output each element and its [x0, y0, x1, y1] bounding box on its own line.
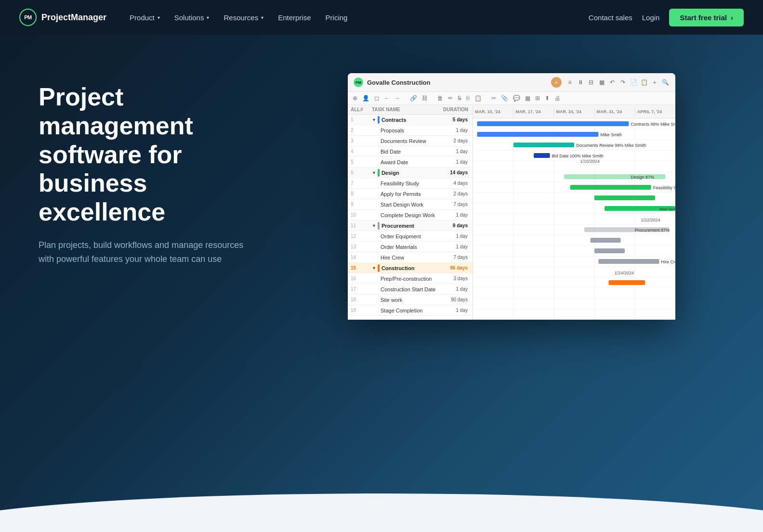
user-icon[interactable]: 👤: [361, 94, 370, 103]
col-task: TASK NAME: [372, 107, 443, 112]
doc2-icon[interactable]: 📋: [640, 78, 648, 87]
table-row: 16 Prep/Pre-construction 3 days: [348, 273, 473, 284]
table-row: 15 ▼ Construction 96 days: [348, 263, 473, 273]
redo-icon[interactable]: ↷: [618, 78, 627, 87]
login-button[interactable]: Login: [642, 13, 660, 22]
gantt-bar-proposals: [477, 132, 598, 137]
shape-icon[interactable]: ◻: [373, 94, 380, 103]
nav-pricing[interactable]: Pricing: [320, 10, 354, 26]
gantt-table-header: ALL # TASK NAME DURATION: [348, 105, 473, 115]
gantt-label-award: 1/10/2024: [580, 159, 600, 164]
home-icon[interactable]: ⊕: [352, 94, 358, 103]
start-trial-button[interactable]: Start free trial ›: [669, 9, 744, 26]
table-row: 3 Documents Review 2 days: [348, 136, 473, 146]
pause-icon[interactable]: ⏸: [576, 78, 585, 87]
col-num: #: [360, 107, 372, 112]
hero-wave: [0, 493, 763, 532]
table-row: 8 Apply for Permits 2 days: [348, 189, 473, 199]
doc-icon[interactable]: 📄: [629, 78, 638, 87]
collapse-icon[interactable]: ▼: [372, 170, 376, 175]
gantt-chart-body: Contracts 99% Mike Smith Mike Smith Docu…: [473, 118, 675, 320]
grid-icon[interactable]: ▦: [597, 78, 606, 87]
gantt-label-design: Design 87%: [631, 175, 655, 180]
link-icon[interactable]: 🔗: [409, 94, 418, 103]
gantt-table: ALL # TASK NAME DURATION 1 ▼: [348, 105, 473, 320]
table-row: 13 Order Materials 1 day: [348, 242, 473, 252]
table-row: 4 Bid Date 1 day: [348, 146, 473, 157]
right-arrow-icon[interactable]: →: [394, 94, 401, 103]
gantt-label-bid: Bid Date 100% Mike Smith: [552, 154, 604, 158]
gantt-label-proposals: Mike Smith: [601, 132, 622, 137]
hero-text: Project management software for business…: [39, 64, 279, 266]
collapse-icon[interactable]: ▼: [372, 266, 376, 271]
table-row: 1 ▼ Contracts 5 days: [348, 115, 473, 125]
table-row: 6 ▼ Design 14 days: [348, 168, 473, 178]
nav-product[interactable]: Product ▾: [124, 10, 166, 26]
logo-icon: PM: [19, 9, 37, 26]
product-chevron-icon: ▾: [158, 15, 160, 20]
gantt-label-procurement: Procurement 87%: [635, 228, 670, 233]
gantt-label-contracts: Contracts 99% Mike Smith: [631, 122, 675, 127]
paste-icon[interactable]: 📋: [474, 94, 483, 103]
contact-sales-link[interactable]: Contact sales: [589, 13, 632, 22]
upload-icon[interactable]: ⬆: [544, 94, 551, 103]
hero-content: Project management software for business…: [0, 35, 763, 474]
gantt-project-title: Govalle Construction: [367, 79, 547, 86]
nav-left: PM ProjectManager Product ▾ Solutions ▾ …: [19, 9, 353, 26]
table-row: 18 Site work 90 days: [348, 295, 473, 305]
hero-subtitle: Plan projects, build workflows and manag…: [39, 238, 250, 266]
copy-icon[interactable]: ⎘: [465, 94, 471, 103]
collapse-icon[interactable]: ▼: [372, 223, 376, 228]
gantt-chart: MAR. 10, '24 MAR. 17, '24 MAR. 24, '24 M…: [473, 105, 675, 320]
gantt-bar-prep: [608, 280, 645, 285]
gantt-toolbar: ≡ ⏸ ⊟ ▦ ↶ ↷ 📄 📋 ＋ 🔍: [566, 78, 670, 87]
gantt-bar-bid: [534, 153, 550, 158]
undo-icon[interactable]: ↶: [608, 78, 617, 87]
gantt-label-design-work: Start Design Work 100%: [659, 207, 675, 211]
search-icon[interactable]: 🔍: [661, 78, 670, 87]
gantt-screenshot: PM Govalle Construction A ≡ ⏸ ⊟ ▦ ↶ ↷ 📄 …: [348, 73, 675, 320]
table-row: 2 Proposals 1 day: [348, 125, 473, 136]
comment-icon[interactable]: 💬: [512, 94, 521, 103]
gantt-bar-materials: [594, 248, 625, 253]
table-icon[interactable]: ▦: [524, 94, 531, 103]
gantt-bar-permits: [594, 195, 655, 200]
gantt-label-feasibility: Feasibility Study 75% Ana Jones: [653, 185, 675, 190]
print-icon[interactable]: 🖨: [553, 94, 561, 103]
table2-icon[interactable]: ⊞: [534, 94, 541, 103]
col-duration: DURATION: [443, 107, 470, 112]
pen-icon[interactable]: ✏: [447, 94, 454, 103]
gantt-label-hire-crew: Hire Crew 25% Sam W: [661, 260, 675, 264]
menu-icon[interactable]: ≡: [566, 78, 574, 87]
strike-icon[interactable]: S̶: [457, 94, 462, 103]
trash-icon[interactable]: 🗑: [436, 94, 444, 103]
left-arrow-icon[interactable]: ←: [383, 94, 391, 103]
gantt-avatar: A: [551, 77, 562, 88]
gantt-bar-contracts: [477, 121, 629, 126]
scissors-icon[interactable]: ✂: [490, 94, 497, 103]
nav-solutions[interactable]: Solutions ▾: [169, 10, 215, 26]
table-row: 5 Award Date 1 day: [348, 157, 473, 168]
solutions-chevron-icon: ▾: [207, 15, 209, 20]
gantt-body: ALL # TASK NAME DURATION 1 ▼: [348, 105, 675, 320]
gantt-bar-docs: [513, 143, 574, 147]
gantt-bar-feasibility: [570, 185, 651, 190]
gantt-actions: ⊕ 👤 ◻ ← → 🔗 ⛓ 🗑 ✏ S̶ ⎘ 📋 ✂ 📎: [348, 92, 675, 105]
nav-enterprise[interactable]: Enterprise: [272, 10, 316, 26]
gantt-wrapper: PM Govalle Construction A ≡ ⏸ ⊟ ▦ ↶ ↷ 📄 …: [299, 73, 724, 320]
table-row: 12 Order Equipment 1 day: [348, 231, 473, 242]
gantt-bar-hire-crew: [598, 259, 659, 264]
link2-icon[interactable]: ⛓: [421, 94, 429, 103]
table-row: 10 Complete Design Work 1 day: [348, 210, 473, 221]
logo-link[interactable]: PM ProjectManager: [19, 9, 106, 26]
plus-icon[interactable]: ＋: [650, 78, 659, 87]
resources-chevron-icon: ▾: [261, 15, 263, 20]
gantt-pm-icon: PM: [354, 78, 363, 87]
nav-resources[interactable]: Resources ▾: [218, 10, 269, 26]
clip-icon[interactable]: 📎: [500, 94, 509, 103]
gantt-label-design-complete: 1/22/2024: [641, 218, 660, 222]
filter-icon[interactable]: ⊟: [587, 78, 595, 87]
gantt-chart-header: MAR. 10, '24 MAR. 17, '24 MAR. 24, '24 M…: [473, 105, 675, 118]
gantt-bar-equipment: [591, 238, 621, 243]
collapse-icon[interactable]: ▼: [372, 117, 376, 122]
